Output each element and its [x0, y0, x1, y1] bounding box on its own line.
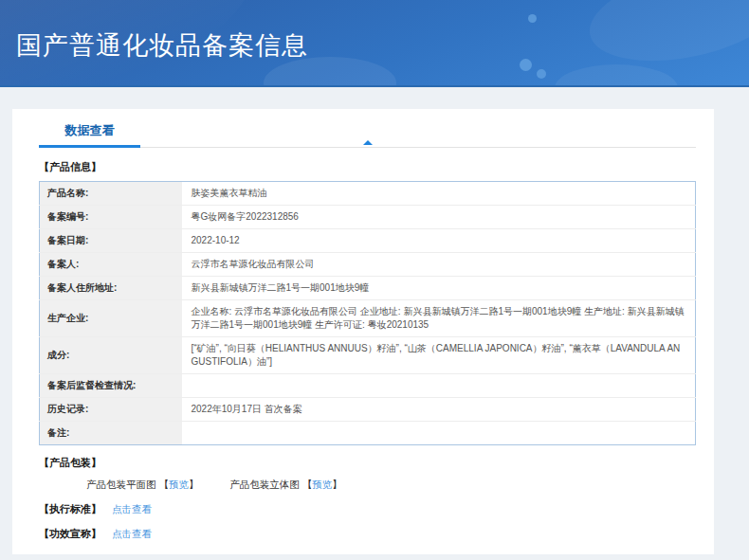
efficacy-view-link[interactable]: 点击查看	[112, 528, 152, 539]
page-title: 国产普通化妆品备案信息	[0, 0, 749, 63]
tab-data-view[interactable]: 数据查看	[39, 109, 140, 148]
section-packaging-title: 【产品包装】	[39, 456, 696, 470]
packaging-stereo-item: 产品包装立体图 【预览】	[229, 479, 341, 490]
standard-row: 【执行标准】 点击查看	[39, 502, 696, 516]
row-value: 粤G妆网备字2022312856	[182, 206, 696, 229]
packaging-links-row: 产品包装平面图 【预览】 产品包装立体图 【预览】	[86, 479, 696, 492]
row-value: 2022-10-12	[182, 229, 696, 253]
row-label: 备案人:	[40, 253, 182, 277]
bracket-open: 【	[158, 479, 169, 490]
bracket-close: 】	[189, 479, 199, 490]
header-decor-blob	[555, 64, 678, 87]
efficacy-title: 【功效宣称】	[39, 528, 101, 539]
efficacy-row: 【功效宣称】 点击查看	[39, 527, 696, 541]
row-value: [“矿油”, “向日葵（HELIANTHUS ANNUUS）籽油”, “山茶（C…	[182, 337, 696, 374]
row-label: 备案编号:	[40, 206, 182, 229]
row-value	[182, 422, 696, 445]
row-value: 云浮市名草源化妆品有限公司	[182, 253, 696, 277]
table-row: 产品名称: 肤姿美薰衣草精油	[40, 182, 696, 206]
table-row: 备案后监督检查情况:	[40, 374, 696, 398]
row-label: 备案后监督检查情况:	[40, 374, 182, 398]
table-row: 成分: [“矿油”, “向日葵（HELIANTHUS ANNUUS）籽油”, “…	[40, 337, 696, 374]
tab-data-view-label: 数据查看	[65, 123, 115, 137]
standard-title: 【执行标准】	[39, 503, 101, 515]
row-value: 新兴县新城镇万洋二路1号一期001地块9幢	[182, 277, 696, 300]
packaging-flat-item: 产品包装平面图 【预览】	[86, 479, 201, 490]
table-row: 备案编号: 粤G妆网备字2022312856	[40, 206, 696, 229]
packaging-stereo-label: 产品包装立体图	[229, 479, 300, 490]
content-card: 数据查看 【产品信息】 产品名称: 肤姿美薰衣草精油 备案编号: 粤G妆网备字2…	[12, 109, 714, 554]
bracket-close: 】	[332, 479, 342, 490]
standard-view-link[interactable]: 点击查看	[112, 503, 152, 515]
tab-active-underline	[39, 145, 140, 148]
table-row: 备案人: 云浮市名草源化妆品有限公司	[40, 253, 696, 277]
table-row: 生产企业: 企业名称: 云浮市名草源化妆品有限公司 企业地址: 新兴县新城镇万洋…	[40, 300, 696, 337]
packaging-stereo-preview-link[interactable]: 预览	[312, 479, 332, 490]
row-label: 产品名称:	[40, 182, 182, 206]
row-value: 2022年10月17日 首次备案	[182, 398, 696, 422]
packaging-flat-preview-link[interactable]: 预览	[169, 479, 189, 490]
packaging-flat-label: 产品包装平面图	[86, 479, 156, 490]
header-decor-dot	[537, 69, 546, 79]
row-label: 备案日期:	[40, 229, 182, 253]
table-row: 历史记录: 2022年10月17日 首次备案	[40, 398, 696, 422]
row-value: 肤姿美薰衣草精油	[182, 182, 696, 206]
table-row: 备案日期: 2022-10-12	[40, 229, 696, 253]
product-info-table: 产品名称: 肤姿美薰衣草精油 备案编号: 粤G妆网备字2022312856 备案…	[39, 181, 696, 445]
row-label: 成分:	[40, 337, 182, 374]
section-product-info-title: 【产品信息】	[39, 160, 696, 174]
row-label: 生产企业:	[40, 300, 182, 337]
row-label: 备案人住所地址:	[40, 277, 182, 300]
bracket-open: 【	[302, 479, 313, 490]
row-label: 备注:	[40, 422, 182, 445]
tab-bar: 数据查看	[39, 109, 696, 148]
row-value	[182, 374, 696, 398]
page-header: 国产普通化妆品备案信息	[0, 0, 749, 87]
row-label: 历史记录:	[40, 398, 182, 422]
table-row: 备注:	[40, 422, 696, 445]
table-row: 备案人住所地址: 新兴县新城镇万洋二路1号一期001地块9幢	[40, 277, 696, 300]
tab-active-arrow-icon	[363, 140, 373, 145]
row-value: 企业名称: 云浮市名草源化妆品有限公司 企业地址: 新兴县新城镇万洋二路1号一期…	[182, 300, 696, 337]
